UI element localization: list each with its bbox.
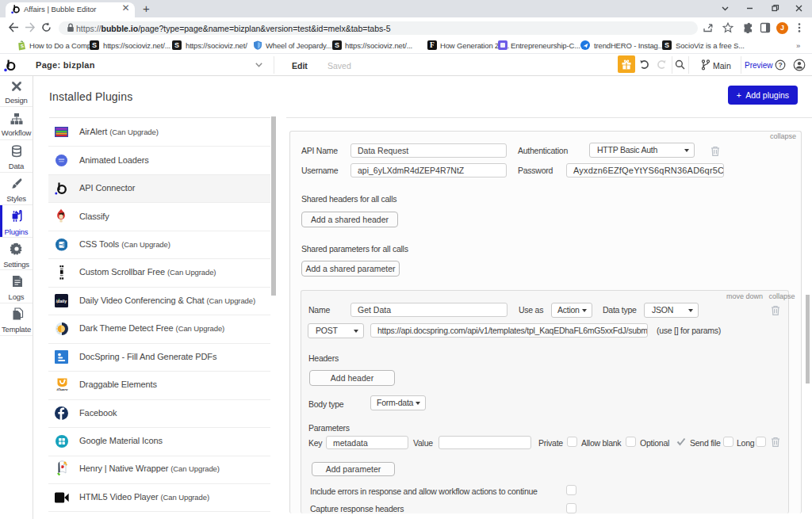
- svg-text:S: S: [21, 44, 25, 49]
- svg-text:?: ?: [778, 61, 782, 69]
- svg-text:jQuery: jQuery: [56, 387, 68, 391]
